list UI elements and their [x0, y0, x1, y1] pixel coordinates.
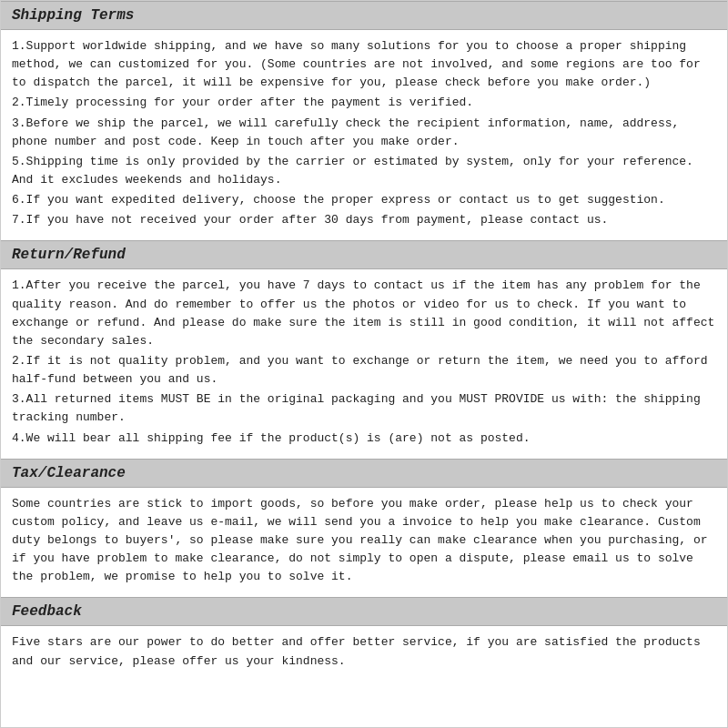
section-paragraph: 3.Before we ship the parcel, we will car… — [12, 115, 716, 151]
section-body-tax-clearance: Some countries are stick to import goods… — [1, 488, 727, 598]
section-paragraph: 3.All returned items MUST BE in the orig… — [12, 390, 716, 427]
section-paragraph: 1.Support worldwide shipping, and we hav… — [12, 37, 716, 92]
section-paragraph: 1.After you receive the parcel, you have… — [12, 277, 716, 350]
section-header-return-refund: Return/Refund — [1, 240, 727, 269]
section-feedback: FeedbackFive stars are our power to do b… — [1, 597, 727, 681]
section-paragraph: 6.If you want expedited delivery, choose… — [12, 191, 716, 209]
section-tax-clearance: Tax/ClearanceSome countries are stick to… — [1, 459, 727, 598]
section-paragraph: 2.Timely processing for your order after… — [12, 94, 716, 112]
section-paragraph: 2.If it is not quality problem, and you … — [12, 352, 716, 389]
section-shipping-terms: Shipping Terms1.Support worldwide shippi… — [1, 1, 727, 240]
section-body-return-refund: 1.After you receive the parcel, you have… — [1, 269, 727, 458]
section-header-shipping-terms: Shipping Terms — [1, 1, 727, 30]
section-paragraph: 4.We will bear all shipping fee if the p… — [12, 430, 716, 448]
section-header-tax-clearance: Tax/Clearance — [1, 459, 727, 488]
page-container: Shipping Terms1.Support worldwide shippi… — [0, 0, 728, 728]
section-body-shipping-terms: 1.Support worldwide shipping, and we hav… — [1, 30, 727, 240]
section-return-refund: Return/Refund1.After you receive the par… — [1, 240, 727, 458]
section-paragraph: 7.If you have not received your order af… — [12, 211, 716, 229]
section-paragraph: 5.Shipping time is only provided by the … — [12, 153, 716, 189]
section-header-feedback: Feedback — [1, 597, 727, 626]
section-paragraph: Five stars are our power to do better an… — [12, 633, 716, 670]
section-body-feedback: Five stars are our power to do better an… — [1, 626, 727, 681]
section-paragraph: Some countries are stick to import goods… — [12, 495, 716, 587]
